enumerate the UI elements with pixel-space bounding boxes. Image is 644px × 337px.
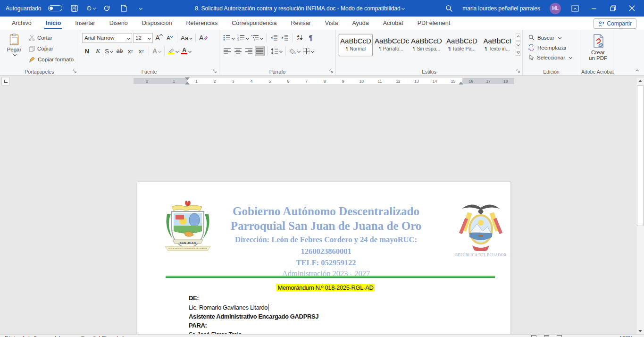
avatar[interactable]: ML (550, 3, 561, 14)
clear-formatting-button[interactable]: A (198, 33, 209, 43)
font-color-button[interactable]: A (180, 46, 192, 56)
search-icon[interactable] (445, 5, 453, 12)
user-name[interactable]: maria lourdes peñafiel parrales (462, 5, 540, 12)
justify-button[interactable] (255, 46, 265, 56)
ribbon-tab[interactable]: Ayuda (346, 17, 375, 29)
copy-button[interactable]: Copiar (27, 43, 75, 54)
san-juan-crest-logo: SAN JUAN POR EL HONOR Y LA GRANDEZA DE L… (162, 200, 213, 260)
paragraph-dialog-launcher-icon[interactable] (329, 69, 334, 74)
subscript-button[interactable]: x2 (125, 46, 135, 56)
italic-button[interactable]: K (93, 46, 103, 56)
line-spacing-button[interactable] (270, 46, 283, 56)
undo-icon[interactable] (86, 3, 95, 14)
select-button[interactable]: Seleccionar (528, 52, 578, 62)
style-card[interactable]: AaBbCcD ¶ Normal (339, 34, 373, 56)
underline-button[interactable]: S (104, 46, 114, 56)
ribbon-tab[interactable]: Revisar (284, 17, 317, 29)
page-indicator[interactable]: Página 1 de 2 (5, 335, 37, 337)
bold-button[interactable]: N (82, 46, 92, 56)
style-card[interactable]: AaBbCcI ¶ Texto in... (480, 34, 514, 56)
numbering-button[interactable]: 123 (236, 33, 250, 43)
cut-button[interactable]: Cortar (27, 33, 75, 43)
ribbon-tab[interactable]: Referencias (180, 17, 224, 29)
format-painter-button[interactable]: Copiar formato (27, 54, 75, 65)
shading-button[interactable] (288, 46, 301, 56)
replace-button[interactable]: bc Reemplazar (528, 42, 578, 52)
align-left-button[interactable] (222, 46, 232, 56)
change-case-button[interactable]: Aa (180, 33, 193, 43)
share-button[interactable]: Compartir (594, 18, 636, 29)
ribbon-tab[interactable]: Archivo (6, 17, 38, 29)
font-dialog-launcher-icon[interactable] (213, 69, 217, 74)
right-indent-marker[interactable] (459, 82, 463, 84)
find-button[interactable]: Buscar (528, 33, 578, 42)
styles-scroll-up-icon[interactable] (516, 34, 520, 41)
autosave-label: Autoguardado (6, 5, 41, 12)
word-count[interactable]: palabras (49, 335, 69, 337)
bullets-button[interactable] (222, 33, 235, 43)
scroll-down-icon[interactable] (638, 330, 642, 332)
print-layout-icon[interactable] (544, 335, 549, 337)
shrink-font-button[interactable]: A (165, 33, 175, 43)
create-pdf-button[interactable]: Crearun PDF (583, 33, 613, 61)
left-indent-marker[interactable] (185, 82, 190, 84)
zoom-level[interactable]: 100% (619, 335, 633, 337)
ribbon-tab[interactable]: Vista (319, 17, 344, 29)
strikethrough-button[interactable]: ab (115, 46, 125, 56)
superscript-button[interactable]: x2 (136, 46, 146, 56)
new-document-icon[interactable] (119, 3, 128, 14)
sort-button[interactable]: AZ (295, 33, 305, 43)
memo-body[interactable]: Memorándum N.º 018-2025-RGL-AD DE: Lic. … (189, 283, 462, 337)
web-layout-icon[interactable] (557, 335, 562, 337)
format-painter-icon (29, 57, 35, 63)
ribbon-tab[interactable]: Acrobat (377, 17, 410, 29)
tab-stop-selector[interactable] (1, 77, 10, 85)
styles-more-icon[interactable] (516, 49, 520, 56)
ribbon-display-options-icon[interactable] (570, 3, 580, 14)
save-icon[interactable] (69, 3, 79, 14)
styles-dialog-launcher-icon[interactable] (516, 69, 520, 74)
text-effects-button[interactable]: A (151, 46, 162, 56)
font-size-select[interactable]: 12 (133, 33, 153, 43)
style-card[interactable]: AaBbCcD ¶ Sin espa... (410, 34, 443, 56)
horizontal-ruler[interactable]: 21 123456789101112131415 161718 (134, 78, 514, 84)
ribbon-tab[interactable]: Inicio (40, 17, 67, 29)
vertical-scrollbar[interactable] (636, 78, 644, 334)
redo-icon[interactable] (102, 3, 112, 14)
scrollbar-thumb[interactable] (637, 85, 644, 226)
minimize-button[interactable] (589, 3, 599, 14)
ribbon-tab[interactable]: Diseño (103, 17, 134, 29)
ribbon-tab[interactable]: Correspondencia (226, 17, 283, 29)
quick-access-more-icon[interactable] (135, 3, 145, 14)
autosave-toggle[interactable] (48, 5, 62, 11)
style-card[interactable]: AaBbCcD ¶ Table Pa... (445, 34, 479, 56)
show-paragraph-marks-button[interactable]: ¶ (306, 33, 316, 43)
language-indicator[interactable]: Español (Ecuador) (81, 335, 124, 337)
close-button[interactable] (627, 3, 636, 14)
decrease-indent-button[interactable] (269, 33, 279, 43)
highlight-button[interactable] (167, 46, 179, 56)
read-mode-icon[interactable] (531, 335, 536, 337)
increase-indent-button[interactable] (280, 33, 290, 43)
clipboard-dialog-launcher-icon[interactable] (73, 69, 77, 74)
ribbon-spacer (615, 30, 644, 75)
grow-font-button[interactable]: A (154, 33, 164, 43)
ribbon-tab[interactable]: Disposición (136, 17, 178, 29)
multilevel-list-button[interactable] (251, 33, 264, 43)
borders-button[interactable] (302, 46, 315, 56)
scroll-up-icon[interactable] (638, 80, 642, 82)
ribbon-tab[interactable]: PDFelement (411, 17, 456, 29)
align-right-button[interactable] (244, 46, 254, 56)
title-chevron-icon[interactable] (401, 6, 405, 9)
first-line-indent-marker[interactable] (185, 77, 190, 80)
clipboard-group: Pegar Cortar Copiar Copiar formato Porta… (0, 30, 79, 75)
style-card[interactable]: AaBbCcDc ¶ Párrafo... (374, 34, 408, 56)
restore-button[interactable] (608, 3, 618, 14)
collapse-ribbon-icon[interactable] (635, 67, 638, 73)
font-name-select[interactable]: Arial Narrow (82, 33, 132, 43)
styles-scroll-down-icon[interactable] (516, 41, 520, 48)
ribbon-tab[interactable]: Insertar (69, 17, 101, 29)
align-center-button[interactable] (233, 46, 243, 56)
document-page[interactable]: SAN JUAN POR EL HONOR Y LA GRANDEZA DE L… (137, 182, 511, 337)
paste-button[interactable]: Pegar (3, 33, 25, 65)
